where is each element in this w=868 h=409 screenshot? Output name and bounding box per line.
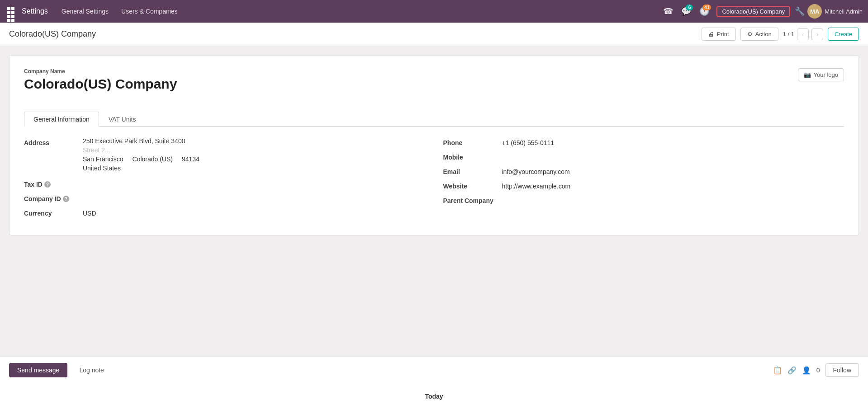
- currency-row: Currency USD: [24, 208, 425, 217]
- apps-menu-icon[interactable]: [5, 5, 18, 18]
- printer-icon: 🖨: [708, 31, 714, 38]
- send-message-button[interactable]: Send message: [9, 363, 67, 377]
- active-company-label: Colorado(US) Company: [722, 8, 785, 15]
- pager-prev[interactable]: ‹: [797, 28, 809, 40]
- mobile-value[interactable]: [502, 152, 844, 154]
- company-id-label: Company ID ?: [24, 193, 83, 202]
- address-zip: 94134: [182, 155, 199, 163]
- tax-id-label: Tax ID ?: [24, 179, 83, 188]
- tabs: General Information VAT Units: [24, 112, 844, 127]
- parent-company-row: Parent Company: [443, 195, 844, 204]
- avatar[interactable]: MA: [807, 4, 822, 19]
- form-fields: Address 250 Executive Park Blvd, Suite 3…: [24, 137, 844, 222]
- left-column: Address 250 Executive Park Blvd, Suite 3…: [24, 137, 425, 222]
- phone-value[interactable]: +1 (650) 555-0111: [502, 137, 844, 146]
- address-label: Address: [24, 137, 83, 146]
- logo-button[interactable]: 📷 Your logo: [798, 68, 844, 81]
- create-button[interactable]: Create: [828, 28, 859, 41]
- parent-company-label: Parent Company: [443, 195, 502, 204]
- website-row: Website http://www.example.com: [443, 181, 844, 190]
- user-name[interactable]: Mitchell Admin: [825, 8, 863, 15]
- settings-wrench-icon[interactable]: 🔧: [795, 6, 805, 16]
- website-value[interactable]: http://www.example.com: [502, 181, 844, 190]
- chat-icon-btn[interactable]: 💬 6: [678, 4, 694, 19]
- user-icon[interactable]: 👤: [802, 366, 811, 375]
- parent-company-value[interactable]: [502, 195, 844, 197]
- company-id-value[interactable]: [83, 193, 425, 195]
- avatar-initials: MA: [810, 8, 819, 15]
- bottom-icons: 📋 🔗 👤 0 Follow: [773, 363, 859, 377]
- company-name-value: Colorado(US) Company: [24, 76, 177, 92]
- breadcrumb-bar: Colorado(US) Company 🖨 Print ⚙ Action 1 …: [0, 23, 868, 46]
- link-icon[interactable]: 🔗: [787, 366, 797, 375]
- page-title: Colorado(US) Company: [9, 29, 694, 39]
- mobile-row: Mobile: [443, 152, 844, 161]
- pager-text: 1 / 1: [783, 31, 794, 38]
- action-button[interactable]: ⚙ Action: [740, 28, 778, 41]
- website-label: Website: [443, 181, 502, 190]
- chat-badge: 6: [686, 5, 693, 10]
- tax-id-row: Tax ID ?: [24, 179, 425, 188]
- follow-button[interactable]: Follow: [825, 363, 859, 377]
- phone-label: Phone: [443, 137, 502, 146]
- gear-icon: ⚙: [747, 31, 753, 38]
- email-row: Email info@yourcompany.com: [443, 166, 844, 175]
- pager-next[interactable]: ›: [811, 28, 823, 40]
- support-icon-btn[interactable]: ☎: [660, 4, 676, 19]
- email-value[interactable]: info@yourcompany.com: [502, 166, 844, 175]
- currency-value[interactable]: USD: [83, 208, 425, 217]
- tab-vat-units[interactable]: VAT Units: [99, 112, 146, 127]
- pager: 1 / 1 ‹ ›: [783, 28, 823, 40]
- form-card: Company Name Colorado(US) Company 📷 Your…: [9, 55, 859, 235]
- address-street2[interactable]: Street 2...: [83, 146, 425, 154]
- address-city: San Francisco: [83, 155, 123, 163]
- tax-id-value[interactable]: [83, 179, 425, 181]
- company-id-row: Company ID ?: [24, 193, 425, 202]
- followers-count: 0: [816, 367, 820, 374]
- print-button[interactable]: 🖨 Print: [702, 28, 736, 41]
- app-name: Settings: [22, 7, 48, 15]
- email-label: Email: [443, 166, 502, 175]
- nav-general-settings[interactable]: General Settings: [57, 8, 113, 15]
- log-note-button[interactable]: Log note: [73, 363, 110, 377]
- tab-general-information[interactable]: General Information: [24, 112, 99, 127]
- company-id-help-icon[interactable]: ?: [63, 196, 69, 202]
- phone-row: Phone +1 (650) 555-0111: [443, 137, 844, 146]
- address-country: United States: [83, 165, 425, 172]
- activity-badge: 41: [702, 5, 711, 10]
- address-row: Address 250 Executive Park Blvd, Suite 3…: [24, 137, 425, 174]
- topnav: Settings General Settings Users & Compan…: [0, 0, 868, 23]
- active-company-box[interactable]: Colorado(US) Company: [716, 6, 790, 17]
- mobile-label: Mobile: [443, 152, 502, 161]
- nav-users-companies[interactable]: Users & Companies: [117, 8, 182, 15]
- today-section: Today: [0, 384, 868, 409]
- camera-icon: 📷: [804, 71, 811, 78]
- bottom-bar: Send message Log note 📋 🔗 👤 0 Follow: [0, 356, 868, 384]
- address-line1: 250 Executive Park Blvd, Suite 3400: [83, 137, 425, 145]
- attachment-icon[interactable]: 📋: [773, 366, 782, 375]
- address-state: Colorado (US): [132, 155, 172, 163]
- chatter-area: Send message Log note 📋 🔗 👤 0 Follow Tod…: [0, 356, 868, 409]
- activity-icon-btn[interactable]: 🕐 41: [697, 4, 712, 19]
- toolbar-actions: 🖨 Print ⚙ Action 1 / 1 ‹ › Create: [702, 28, 859, 41]
- currency-label: Currency: [24, 208, 83, 217]
- address-value: 250 Executive Park Blvd, Suite 3400 Stre…: [83, 137, 425, 174]
- today-label: Today: [425, 393, 443, 400]
- right-column: Phone +1 (650) 555-0111 Mobile Email inf…: [443, 137, 844, 222]
- company-name-label: Company Name: [24, 68, 177, 75]
- tax-id-help-icon[interactable]: ?: [44, 181, 51, 188]
